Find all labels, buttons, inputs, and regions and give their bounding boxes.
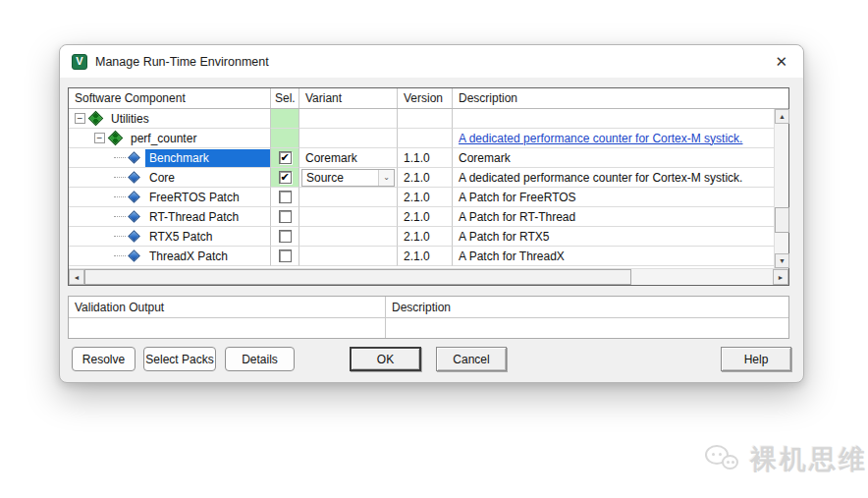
sel-cell xyxy=(271,207,299,227)
horizontal-scroll-thumb[interactable] xyxy=(84,269,631,285)
table-row: −Utilities xyxy=(69,109,774,129)
header-description[interactable]: Description xyxy=(453,88,788,108)
component-icon xyxy=(128,210,140,223)
checkbox-unchecked[interactable] xyxy=(279,230,292,243)
component-table: Software Component Sel. Variant Version … xyxy=(68,87,789,286)
header-variant[interactable]: Variant xyxy=(299,88,398,108)
close-icon[interactable]: ✕ xyxy=(771,53,791,71)
variant-cell xyxy=(299,247,398,266)
variant-value: Source xyxy=(302,171,378,185)
resolve-button[interactable]: Resolve xyxy=(72,347,136,371)
sel-cell xyxy=(271,247,299,266)
version-cell: 2.1.0 xyxy=(398,207,453,227)
component-icon xyxy=(128,249,140,262)
description-cell: A Patch for ThreadX xyxy=(453,247,774,266)
tree-connector xyxy=(114,236,126,237)
tree-connector xyxy=(114,157,126,158)
wechat-icon xyxy=(705,443,744,476)
version-cell: 2.1.0 xyxy=(398,168,453,188)
checkbox-checked[interactable]: ✔ xyxy=(279,151,292,164)
header-software-component[interactable]: Software Component xyxy=(69,88,271,108)
select-packs-button[interactable]: Select Packs xyxy=(143,347,216,371)
description-cell: A Patch for RT-Thread xyxy=(453,207,774,227)
component-label[interactable]: Benchmark xyxy=(145,149,270,167)
description-cell: A Patch for FreeRTOS xyxy=(453,188,774,207)
validation-description-cell xyxy=(386,318,788,338)
description-text: Coremark xyxy=(459,151,511,165)
description-cell: A dedicated performance counter for Cort… xyxy=(453,168,774,188)
variant-cell xyxy=(299,129,398,148)
variant-dropdown[interactable]: Source⌄ xyxy=(301,169,395,187)
description-text: A Patch for ThreadX xyxy=(459,249,565,263)
validation-output-header: Validation Output xyxy=(69,297,386,317)
description-text: A Patch for RT-Thread xyxy=(459,210,575,224)
header-sel[interactable]: Sel. xyxy=(271,88,299,108)
version-cell xyxy=(398,109,453,129)
help-button[interactable]: Help xyxy=(721,347,791,371)
component-label[interactable]: FreeRTOS Patch xyxy=(145,189,244,206)
chevron-down-icon: ⌄ xyxy=(378,170,394,186)
validation-description-header: Description xyxy=(386,297,788,317)
version-cell: 2.1.0 xyxy=(398,227,453,247)
version-cell: 2.1.0 xyxy=(398,188,453,207)
sel-cell xyxy=(271,129,299,148)
header-version[interactable]: Version xyxy=(398,88,453,108)
cancel-button[interactable]: Cancel xyxy=(436,347,507,371)
component-label[interactable]: ThreadX Patch xyxy=(145,248,232,265)
horizontal-scrollbar[interactable]: ◄ ► xyxy=(69,268,788,285)
tree-connector xyxy=(114,216,126,217)
component-group-icon xyxy=(108,131,124,146)
dialog-title: Manage Run-Time Environment xyxy=(95,55,269,69)
component-label[interactable]: RTX5 Patch xyxy=(145,228,216,246)
variant-cell: Coremark xyxy=(299,148,398,168)
sel-cell xyxy=(271,109,299,129)
variant-cell: Source⌄ xyxy=(299,168,398,188)
component-label[interactable]: Core xyxy=(145,169,179,187)
manage-rte-dialog: V Manage Run-Time Environment ✕ Software… xyxy=(59,44,804,383)
table-row: Core✔Source⌄2.1.0A dedicated performance… xyxy=(69,168,774,188)
validation-panel: Validation Output Description xyxy=(68,296,789,339)
description-link[interactable]: A dedicated performance counter for Cort… xyxy=(459,132,742,145)
vertical-scrollbar[interactable]: ▲ ▼ xyxy=(774,109,788,268)
scroll-right-icon[interactable]: ► xyxy=(773,269,788,285)
description-cell: A dedicated performance counter for Cort… xyxy=(453,129,774,148)
scroll-left-icon[interactable]: ◄ xyxy=(69,269,84,285)
checkbox-checked[interactable]: ✔ xyxy=(279,171,292,184)
component-label[interactable]: RT-Thread Patch xyxy=(145,208,243,226)
variant-cell xyxy=(299,188,398,207)
ok-button[interactable]: OK xyxy=(350,347,421,371)
description-text: A Patch for FreeRTOS xyxy=(459,191,576,204)
table-row: RT-Thread Patch2.1.0A Patch for RT-Threa… xyxy=(69,207,774,227)
table-body: −Utilities−perf_counterA dedicated perfo… xyxy=(69,109,774,268)
component-label[interactable]: perf_counter xyxy=(127,130,200,147)
table-row: RTX5 Patch2.1.0A Patch for RTX5 xyxy=(69,227,774,247)
validation-output-cell xyxy=(69,318,386,338)
variant-value: Coremark xyxy=(301,151,361,165)
table-header-row: Software Component Sel. Variant Version … xyxy=(69,88,788,109)
tree-collapse-icon[interactable]: − xyxy=(94,133,105,143)
details-button[interactable]: Details xyxy=(225,347,295,371)
checkbox-unchecked[interactable] xyxy=(279,191,292,203)
tree-cell: −perf_counter xyxy=(69,129,271,148)
component-group-icon xyxy=(88,111,104,127)
table-row: −perf_counterA dedicated performance cou… xyxy=(69,129,774,148)
description-cell xyxy=(453,109,774,129)
sel-cell xyxy=(271,188,299,207)
tree-collapse-icon[interactable]: − xyxy=(75,113,85,124)
checkbox-unchecked[interactable] xyxy=(279,210,292,223)
tree-cell: FreeRTOS Patch xyxy=(69,188,271,207)
scroll-down-icon[interactable]: ▼ xyxy=(775,253,789,268)
tree-cell: Core xyxy=(69,168,271,188)
watermark: 裸机思维 xyxy=(705,442,868,477)
scroll-up-icon[interactable]: ▲ xyxy=(775,109,789,124)
vertical-scroll-thumb[interactable] xyxy=(775,207,789,233)
component-label[interactable]: Utilities xyxy=(107,110,153,128)
checkbox-unchecked[interactable] xyxy=(279,249,292,262)
description-text: A dedicated performance counter for Cort… xyxy=(459,171,742,185)
component-icon xyxy=(128,191,140,203)
watermark-text: 裸机思维 xyxy=(750,442,868,477)
tree-cell: RTX5 Patch xyxy=(69,227,271,247)
description-cell: Coremark xyxy=(453,148,774,168)
tree-connector xyxy=(114,177,126,178)
version-cell xyxy=(398,129,453,148)
